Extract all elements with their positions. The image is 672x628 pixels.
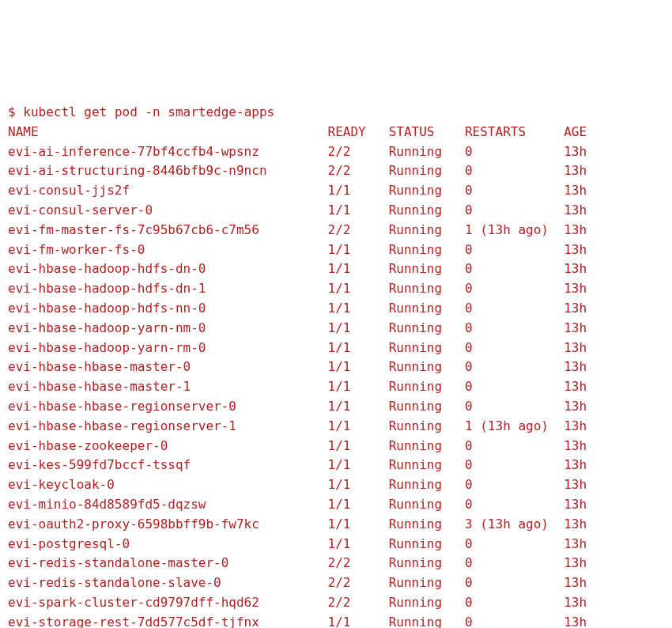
pod-row: evi-fm-master-fs-7c95b67cb6-c7m56 2/2 Ru… (8, 221, 664, 240)
pod-row: evi-hbase-hbase-regionserver-0 1/1 Runni… (8, 397, 664, 417)
pod-row: evi-hbase-hadoop-yarn-nm-0 1/1 Running 0… (8, 319, 664, 339)
pod-row: evi-hbase-hbase-regionserver-1 1/1 Runni… (8, 417, 664, 437)
pod-row: evi-hbase-hbase-master-1 1/1 Running 0 1… (8, 377, 664, 397)
pod-row: evi-postgresql-0 1/1 Running 0 13h (8, 535, 664, 554)
pod-row: evi-redis-standalone-slave-0 2/2 Running… (8, 573, 664, 593)
pod-row: evi-minio-84d8589fd5-dqzsw 1/1 Running 0… (8, 495, 664, 515)
pod-row: evi-hbase-hadoop-hdfs-dn-1 1/1 Running 0… (8, 279, 664, 299)
pod-row: evi-redis-standalone-master-0 2/2 Runnin… (8, 554, 664, 573)
pod-row: evi-oauth2-proxy-6598bbff9b-fw7kc 1/1 Ru… (8, 515, 664, 535)
pod-row: evi-spark-cluster-cd9797dff-hqd62 2/2 Ru… (8, 593, 664, 613)
pod-row: evi-kes-599fd7bccf-tssqf 1/1 Running 0 1… (8, 456, 664, 475)
command-text: kubectl get pod -n smartedge-apps (23, 104, 274, 119)
pod-row: evi-storage-rest-7dd577c5df-tjfnx 1/1 Ru… (8, 613, 664, 628)
header-row: NAME READY STATUS RESTARTS AGE (8, 123, 664, 142)
pod-row: evi-hbase-zookeeper-0 1/1 Running 0 13h (8, 437, 664, 456)
terminal-output: $ kubectl get pod -n smartedge-appsNAME … (8, 83, 664, 628)
pod-row: evi-consul-jjs2f 1/1 Running 0 13h (8, 181, 664, 201)
pod-row: evi-hbase-hadoop-yarn-rm-0 1/1 Running 0… (8, 339, 664, 358)
pod-row: evi-ai-structuring-8446bfb9c-n9ncn 2/2 R… (8, 161, 664, 181)
pod-row: evi-hbase-hbase-master-0 1/1 Running 0 1… (8, 358, 664, 377)
pod-row: evi-hbase-hadoop-hdfs-dn-0 1/1 Running 0… (8, 259, 664, 279)
pod-row: evi-ai-inference-77bf4ccfb4-wpsnz 2/2 Ru… (8, 142, 664, 162)
pod-row: evi-keycloak-0 1/1 Running 0 13h (8, 475, 664, 495)
prompt: $ (8, 104, 16, 119)
pod-row: evi-consul-server-0 1/1 Running 0 13h (8, 201, 664, 221)
pod-row: evi-fm-worker-fs-0 1/1 Running 0 13h (8, 240, 664, 260)
command-line: $ kubectl get pod -n smartedge-apps (8, 103, 664, 123)
pod-row: evi-hbase-hadoop-hdfs-nn-0 1/1 Running 0… (8, 299, 664, 319)
